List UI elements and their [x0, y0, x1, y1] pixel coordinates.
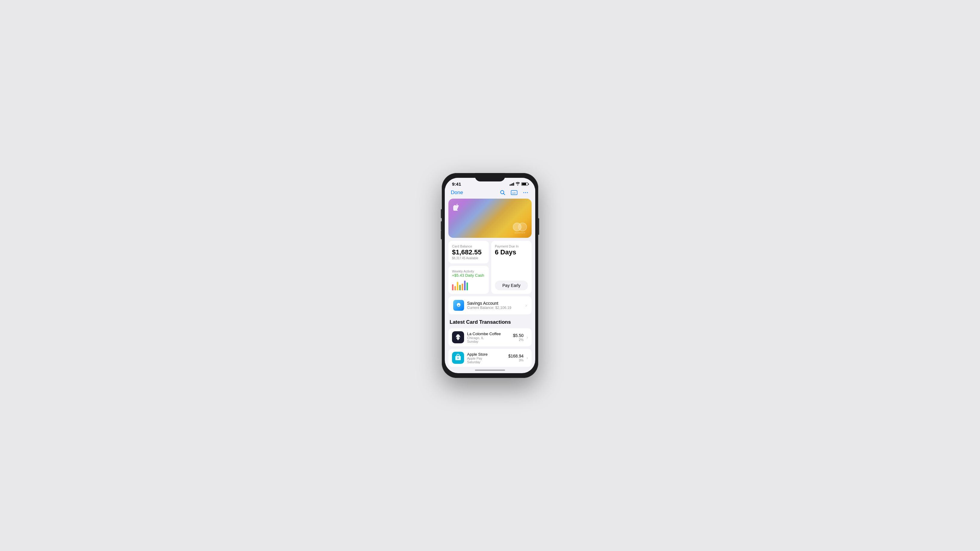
search-button[interactable]: [499, 189, 506, 196]
transaction-apple-store-info: Apple Store Apple Pay Saturday: [467, 352, 505, 364]
done-button[interactable]: Done: [451, 190, 463, 195]
savings-chevron-icon: ›: [525, 303, 527, 308]
la-colombe-chevron-icon: ›: [527, 335, 528, 340]
svg-point-5: [525, 192, 526, 193]
svg-line-1: [504, 194, 505, 195]
apple-store-icon: [452, 352, 464, 364]
transaction-apple-store-name: Apple Store: [467, 352, 505, 357]
bar-6: [466, 283, 468, 290]
transaction-apple-store[interactable]: Apple Store Apple Pay Saturday $168.94 3…: [449, 349, 531, 367]
status-time: 9:41: [452, 181, 461, 187]
savings-balance: Current Balance: $2,106.19: [467, 306, 522, 310]
scroll-content: mastercard Card Balance $1,682.55 $8,317…: [445, 198, 535, 367]
transaction-apple-store-cashback: 3%: [508, 358, 524, 362]
savings-icon: [453, 300, 464, 311]
transaction-la-colombe-amount-section: $5.50 2%: [513, 333, 523, 341]
transaction-la-colombe-location: Chicago, IL: [467, 336, 510, 340]
transaction-la-colombe-name: La Colombe Coffee: [467, 332, 510, 336]
payment-due-card: Payment Due In 6 Days Pay Early: [491, 241, 531, 294]
transaction-apple-store-date: Saturday: [467, 360, 505, 364]
payment-due-label: Payment Due In: [495, 245, 528, 248]
transaction-la-colombe-cashback: 2%: [513, 338, 523, 341]
savings-account-card[interactable]: Savings Account Current Balance: $2,106.…: [449, 296, 531, 314]
savings-info: Savings Account Current Balance: $2,106.…: [467, 301, 522, 310]
pay-early-button[interactable]: Pay Early: [495, 281, 528, 290]
svg-point-8: [457, 357, 459, 359]
phone-device: 9:41 Done: [442, 173, 538, 378]
bar-5: [464, 281, 466, 290]
svg-point-6: [527, 192, 528, 193]
card-number-button[interactable]: 123: [511, 189, 518, 196]
card-balance-label: Card Balance: [452, 245, 485, 248]
info-grid: Card Balance $1,682.55 $8,317.45 Availab…: [449, 241, 531, 294]
card-balance-available: $8,317.45 Available: [452, 257, 485, 260]
phone-screen: 9:41 Done: [445, 178, 535, 373]
transaction-la-colombe-info: La Colombe Coffee Chicago, IL Sunday: [467, 332, 510, 343]
apple-card[interactable]: mastercard: [449, 198, 531, 238]
savings-title: Savings Account: [467, 301, 522, 306]
nav-icons: 123: [499, 189, 529, 196]
wifi-icon: [515, 182, 520, 186]
battery-icon: [521, 183, 528, 186]
transaction-la-colombe[interactable]: La Colombe Coffee Chicago, IL Sunday $5.…: [449, 328, 531, 346]
home-indicator: [445, 367, 535, 373]
payment-days: 6 Days: [495, 249, 528, 256]
svg-text:123: 123: [512, 192, 515, 194]
bar-3: [459, 285, 461, 290]
bar-2: [457, 282, 458, 290]
transaction-la-colombe-date: Sunday: [467, 340, 510, 343]
signal-bars-icon: [510, 183, 514, 186]
bar-1: [454, 286, 456, 290]
bar-0: [452, 284, 453, 290]
la-colombe-icon: [452, 331, 464, 343]
transactions-title: Latest Card Transactions: [449, 319, 531, 325]
mastercard-logo: mastercard: [513, 223, 527, 233]
home-bar: [475, 370, 505, 371]
svg-point-4: [523, 192, 524, 193]
nav-bar: Done 123: [445, 188, 535, 198]
transaction-apple-store-amount-section: $168.94 3%: [508, 354, 524, 362]
notch: [475, 173, 505, 181]
apple-logo-icon: [453, 203, 459, 213]
transaction-apple-store-location: Apple Pay: [467, 357, 505, 360]
bar-chart: [452, 279, 485, 290]
transaction-la-colombe-amount: $5.50: [513, 333, 523, 338]
apple-store-chevron-icon: ›: [527, 356, 528, 360]
weekly-activity-label: Weekly Activity: [452, 270, 485, 273]
weekly-cash-back: +$5.43 Daily Cash: [452, 273, 485, 278]
card-balance-amount: $1,682.55: [452, 249, 485, 256]
bar-4: [461, 284, 463, 290]
card-balance-card: Card Balance $1,682.55 $8,317.45 Availab…: [449, 241, 489, 264]
transaction-apple-store-amount: $168.94: [508, 354, 524, 358]
more-button[interactable]: [522, 189, 529, 196]
weekly-activity-card: Weekly Activity +$5.43 Daily Cash: [449, 266, 489, 294]
status-icons: [510, 182, 528, 186]
